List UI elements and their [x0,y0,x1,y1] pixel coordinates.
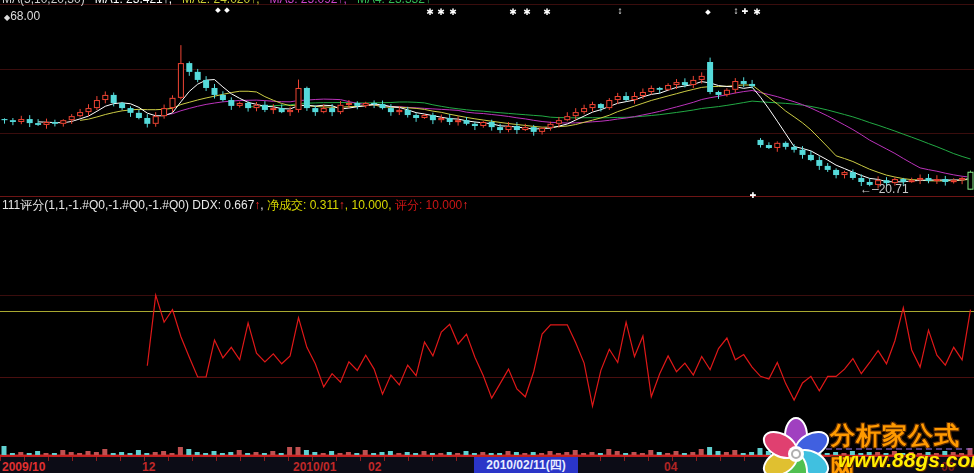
signal-marker-icon: ✱ [523,8,531,17]
signal-marker-icon: ✱ [449,8,457,17]
signal-marker-icon: ✱ [437,8,445,17]
signal-marker-icon: ↕ [734,6,739,16]
indicator-readout-segment: DDX: 0.667 [192,198,254,212]
signal-marker-icon: ◆ [224,6,229,13]
signal-marker-icon: ↕ [618,6,623,16]
axis-date-label: 2009/10 [2,460,45,473]
signal-marker-icon: ✚ [750,192,757,200]
ma-readout-segment: MA4: 23.332↑ [357,0,431,6]
indicator-readout-segment: 评分: 10.000 [395,198,462,212]
signal-marker-icon: ✚ [742,8,749,16]
flower-logo-icon [756,414,836,473]
ma-readout-segment: MA3: 25.092↑, [270,0,347,6]
watermark-url: www.88gs.com [838,448,974,472]
stock-chart-window: MA(5,10,20,30)MA1: 23.421↑,MA2: 24.020↑,… [0,0,974,473]
signal-marker-icon: ✱ [426,8,434,17]
ma-readout-segment: MA(5,10,20,30) [2,0,85,6]
chart-canvas[interactable] [0,0,974,473]
selected-date-badge: 2010/02/11(四) [474,457,578,473]
indicator-readout-segment: , 10.000, [345,198,395,212]
indicator-readout-segment: 111评分(1,1,-1.#Q0,-1.#Q0,-1.#Q0) [2,198,192,212]
axis-date-label: 12 [142,460,155,473]
signal-marker-icon: ✱ [543,8,551,17]
axis-date-label: 02 [368,460,381,473]
indicator-readout-segment: ↑ [462,198,468,212]
price-label-top-text: 68.00 [10,9,40,23]
watermark: 分析家公式网 www.88gs.com [756,412,974,473]
ma-readout: MA(5,10,20,30)MA1: 23.421↑,MA2: 24.020↑,… [2,0,972,6]
axis-date-label: 2010/01 [293,460,336,473]
signal-marker-icon: ◆ [705,8,710,15]
price-label-top: ◆68.00 [4,9,40,23]
signal-marker-icon: ✱ [753,8,761,17]
indicator-readout: 111评分(1,1,-1.#Q0,-1.#Q0,-1.#Q0) DDX: 0.6… [2,197,468,214]
ma-readout-segment: MA2: 24.020↑, [182,0,259,6]
axis-date-label: 04 [664,460,677,473]
signal-marker-icon: ◆ [215,6,220,13]
indicator-readout-segment: 净成交: 0.311 [267,198,339,212]
signal-marker-icon: ✱ [509,8,517,17]
ma-readout-segment: MA1: 23.421↑, [95,0,172,6]
price-label-last: ←–20.71 [860,182,909,196]
